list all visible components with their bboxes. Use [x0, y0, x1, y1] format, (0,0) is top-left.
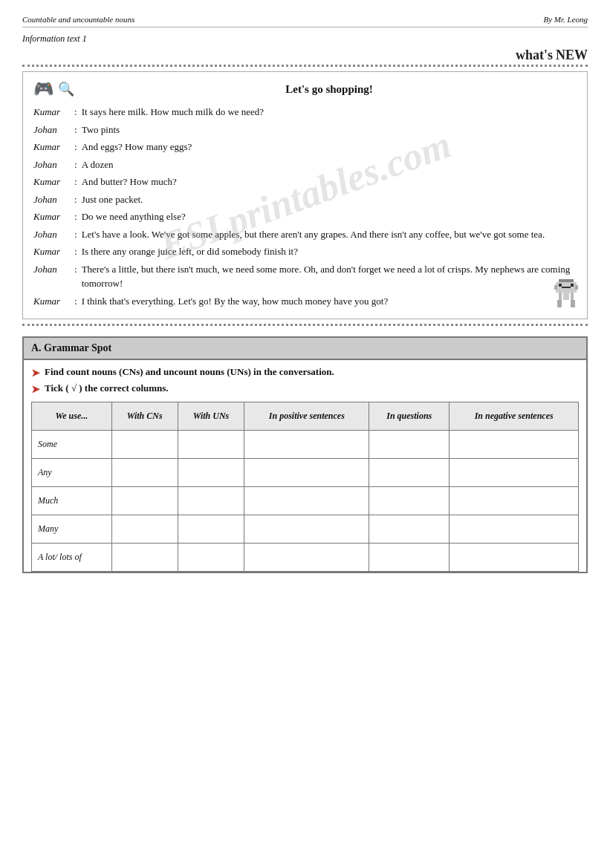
table-row: Some — [32, 431, 579, 459]
header-left: Countable and uncountable nouns — [22, 15, 134, 24]
svg-rect-11 — [562, 287, 571, 288]
arrow-icon-2: ➤ — [31, 383, 40, 396]
row-cell-0-4 — [369, 431, 450, 459]
svg-rect-3 — [575, 285, 578, 290]
speaker-4: Kumar — [33, 174, 74, 189]
speech-0: It says here milk. How much milk do we n… — [82, 105, 577, 120]
speech-1: Two pints — [82, 123, 577, 137]
row-cell-1-4 — [369, 459, 450, 487]
dialogue-container: Kumar : It says here milk. How much milk… — [33, 105, 577, 308]
svg-rect-7 — [557, 300, 562, 307]
whats-new-banner: what's NEW — [22, 48, 588, 63]
speech-9: There's a little, but there isn't much, … — [82, 262, 577, 291]
svg-rect-2 — [554, 285, 557, 290]
table-row: Much — [32, 487, 579, 515]
table-row: A lot/ lots of — [32, 544, 579, 572]
speech-10: I think that's everything. Let's go! By … — [82, 294, 539, 309]
speaker-3: Johan — [33, 157, 74, 172]
svg-rect-4 — [559, 293, 562, 300]
col-header-2: With UNs — [178, 402, 244, 431]
row-cell-2-1 — [111, 487, 178, 515]
table-row: Many — [32, 515, 579, 544]
dialogue-line-8: Kumar : Is there any orange juice left, … — [33, 244, 577, 259]
row-label-3: Many — [32, 515, 112, 544]
arrow-icon-1: ➤ — [31, 367, 40, 379]
grammar-table: We use... With CNs With UNs In positive … — [31, 402, 579, 572]
row-cell-0-1 — [111, 431, 178, 459]
row-cell-4-2 — [178, 544, 244, 572]
row-cell-0-2 — [178, 431, 244, 459]
speaker-5: Johan — [33, 192, 74, 207]
col-header-5: In negative sentences — [450, 402, 579, 431]
svg-rect-9 — [559, 284, 562, 287]
svg-rect-6 — [571, 293, 574, 300]
dialogue-line-0: Kumar : It says here milk. How much milk… — [33, 105, 577, 120]
row-cell-3-2 — [178, 515, 244, 544]
speaker-2: Kumar — [33, 140, 74, 154]
speech-5: Just one packet. — [82, 192, 577, 207]
speaker-7: Johan — [33, 227, 74, 242]
dialogue-line-3: Johan : A dozen — [33, 157, 577, 172]
speaker-10: Kumar — [33, 294, 74, 309]
speech-2: And eggs? How many eggs? — [82, 140, 577, 154]
table-row: Any — [32, 459, 579, 487]
svg-rect-10 — [571, 284, 574, 287]
speaker-0: Kumar — [33, 105, 74, 120]
row-cell-4-4 — [369, 544, 450, 572]
grammar-instruction-1: ➤ Find count nouns (CNs) and uncount nou… — [31, 366, 579, 379]
row-label-1: Any — [32, 459, 112, 487]
speaker-8: Kumar — [33, 244, 74, 259]
row-cell-0-5 — [450, 431, 579, 459]
row-cell-3-1 — [111, 515, 178, 544]
new-highlight: NEW — [556, 48, 588, 62]
col-header-1: With CNs — [111, 402, 178, 431]
pixel-char-decoration — [553, 279, 580, 313]
dialogue-line-10: Kumar : I think that's everything. Let's… — [33, 294, 577, 309]
dot-border-top: ESLprintables.com 🎮 🔍 Let's go shopping!… — [22, 65, 588, 326]
speech-4: And butter? How much? — [82, 174, 577, 189]
row-cell-2-4 — [369, 487, 450, 515]
grammar-section: A. Grammar Spot ➤ Find count nouns (CNs)… — [22, 336, 588, 573]
header-right: By Mr. Leong — [543, 15, 588, 24]
dialogue-line-1: Johan : Two pints — [33, 123, 577, 137]
row-cell-4-1 — [111, 544, 178, 572]
dialogue-line-6: Kumar : Do we need anything else? — [33, 209, 577, 224]
speech-6: Do we need anything else? — [82, 209, 577, 224]
dialogue-line-4: Kumar : And butter? How much? — [33, 174, 577, 189]
row-cell-1-5 — [450, 459, 579, 487]
row-cell-3-4 — [369, 515, 450, 544]
row-cell-2-5 — [450, 487, 579, 515]
grammar-header: A. Grammar Spot — [24, 338, 586, 360]
speaker-6: Kumar — [33, 209, 74, 224]
dialogue-line-2: Kumar : And eggs? How many eggs? — [33, 140, 577, 154]
grammar-body: ➤ Find count nouns (CNs) and uncount nou… — [24, 360, 586, 572]
table-header-row: We use... With CNs With UNs In positive … — [32, 402, 579, 431]
row-label-0: Some — [32, 431, 112, 459]
row-cell-2-3 — [244, 487, 369, 515]
row-cell-2-2 — [178, 487, 244, 515]
svg-rect-8 — [571, 300, 575, 307]
speech-3: A dozen — [82, 157, 577, 172]
page-header: Countable and uncountable nouns By Mr. L… — [22, 15, 588, 27]
speaker-9: Johan — [33, 262, 74, 277]
row-cell-0-3 — [244, 431, 369, 459]
row-cell-4-5 — [450, 544, 579, 572]
speaker-1: Johan — [33, 123, 74, 137]
svg-rect-0 — [559, 279, 574, 282]
col-header-4: In questions — [369, 402, 450, 431]
conversation-box: ESLprintables.com 🎮 🔍 Let's go shopping!… — [22, 71, 588, 319]
row-cell-1-3 — [244, 459, 369, 487]
row-cell-3-3 — [244, 515, 369, 544]
row-cell-3-5 — [450, 515, 579, 544]
dialogue-line-9: Johan : There's a little, but there isn'… — [33, 262, 577, 291]
row-cell-1-1 — [111, 459, 178, 487]
col-header-3: In positive sentences — [244, 402, 369, 431]
info-label: Information text 1 — [22, 33, 588, 45]
conv-icons: 🎮 🔍 — [33, 79, 74, 99]
conv-title: Let's go shopping! — [82, 83, 577, 96]
speech-8: Is there any orange juice left, or did s… — [82, 244, 577, 259]
row-cell-1-2 — [178, 459, 244, 487]
grammar-instruction-2: ➤ Tick ( √ ) the correct columns. — [31, 382, 579, 396]
row-label-2: Much — [32, 487, 112, 515]
pixel-icon-1: 🎮 — [33, 79, 53, 99]
